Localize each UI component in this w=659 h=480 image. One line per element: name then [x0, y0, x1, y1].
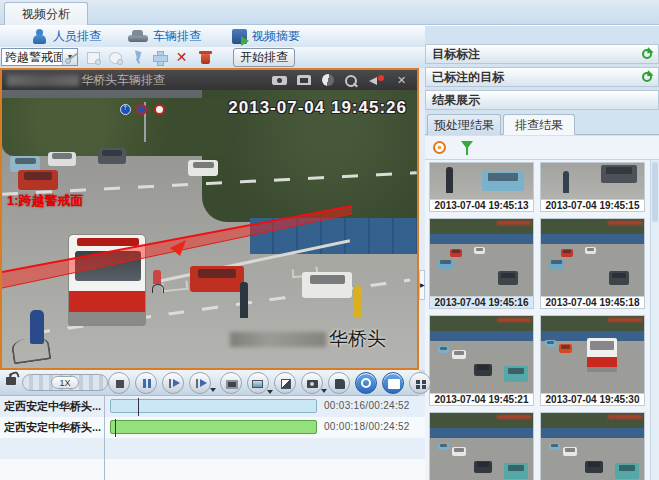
vehicle-check-button[interactable]: 车辆排查	[128, 26, 201, 46]
timeline-panel: 定西安定中华桥头... 00:03:16/00:24:52 定西安定中华桥头..…	[0, 396, 425, 480]
results-action-bar	[425, 136, 659, 160]
snapshot-menu-button[interactable]	[301, 372, 323, 394]
step-forward-menu-button[interactable]	[189, 372, 211, 394]
lock-icon[interactable]	[6, 377, 16, 385]
refresh-icon[interactable]	[642, 49, 652, 59]
censored-text-block	[230, 332, 326, 347]
section-label: 结果展示	[432, 93, 480, 107]
filter-icon[interactable]	[461, 141, 473, 149]
image-adjust-button[interactable]	[247, 372, 269, 394]
result-timestamp: 2013-07-04 19:45:18	[541, 296, 644, 308]
playback-control-bar: 1X	[0, 370, 419, 396]
section-label: 目标标注	[432, 47, 480, 61]
camera-location-label: 华桥头	[329, 326, 386, 352]
tab-video-analysis[interactable]: 视频分析	[4, 2, 88, 25]
result-thumbnail-image	[541, 413, 644, 480]
tab-preprocess-results[interactable]: 预处理结果	[427, 114, 501, 135]
pause-button[interactable]	[135, 372, 157, 394]
timeline-row[interactable]: 定西安定中华桥头... 00:03:16/00:24:52	[0, 396, 425, 417]
results-scrollbar[interactable]	[650, 160, 659, 480]
timeline-row-label: 定西安定中华桥头...	[4, 420, 102, 435]
result-timestamp: 2013-07-04 19:45:16	[430, 296, 533, 308]
record-icon[interactable]	[297, 74, 312, 86]
playhead[interactable]	[138, 398, 139, 416]
camera-watermark: 华桥头	[230, 326, 386, 352]
right-panel: 目标标注 已标注的目标 结果展示 预处理结果 排查结果 2013-07-04 1…	[425, 26, 659, 480]
alarm-rule-label: 1:跨越警戒面	[7, 192, 84, 210]
result-thumbnail[interactable]: 2013-07-04 19:45:13	[429, 162, 534, 212]
results-tab-bar: 预处理结果 排查结果	[425, 112, 659, 135]
video-canvas[interactable]: 1:跨越警戒面 2013-07-04 19:45:26 华桥头	[2, 90, 417, 368]
contrast-button[interactable]	[274, 372, 296, 394]
video-timestamp: 2013-07-04 19:45:26	[228, 98, 407, 118]
quad-view-button[interactable]	[409, 372, 431, 394]
zoom-icon[interactable]	[344, 74, 359, 86]
result-thumbnail[interactable]: 2013-07-04 19:45:16	[429, 218, 534, 309]
video-summary-label: 视频摘要	[252, 28, 300, 45]
section-annotated-targets[interactable]: 已标注的目标	[425, 67, 659, 87]
result-thumbnail-image	[541, 163, 644, 199]
thumb-timestamp-overlay	[608, 221, 642, 225]
export-clip-button[interactable]	[328, 372, 350, 394]
speaker-muted-icon[interactable]	[369, 74, 384, 86]
thumb-timestamp-overlay	[608, 318, 642, 322]
result-thumbnail-image	[430, 316, 533, 393]
timeline-row-time: 00:00:18/00:24:52	[324, 421, 410, 432]
snapshot-icon[interactable]	[272, 74, 287, 86]
result-thumbnail[interactable]: 2013-07-04 19:45:15	[540, 162, 645, 212]
video-summary-button[interactable]: 视频摘要	[232, 26, 300, 46]
speed-value: 1X	[51, 376, 79, 389]
tab-check-results[interactable]: 排查结果	[503, 114, 575, 135]
stop-button[interactable]	[108, 372, 130, 394]
thumb-timestamp-overlay	[497, 415, 531, 419]
results-grid: 2013-07-04 19:45:13 2013-07-04 19:45:15 …	[429, 162, 649, 480]
draw-rectangle-tool[interactable]	[85, 49, 102, 66]
results-area: 2013-07-04 19:45:13 2013-07-04 19:45:15 …	[425, 160, 659, 480]
single-view-button[interactable]	[382, 372, 404, 394]
result-thumbnail-image	[430, 219, 533, 296]
result-thumbnail[interactable]: 2013-07-04 19:45:30	[540, 315, 645, 406]
person-check-button[interactable]: 人员排查	[32, 26, 101, 46]
tab-bar: 视频分析	[0, 0, 659, 25]
trash-icon[interactable]	[197, 49, 214, 66]
select-tool[interactable]	[129, 49, 146, 66]
car-icon	[128, 30, 148, 42]
timeline-row[interactable]: 定西安定中华桥头... 00:00:18/00:24:52	[0, 417, 425, 438]
draw-line-tool[interactable]	[64, 49, 81, 66]
section-result-display[interactable]: 结果展示	[425, 90, 659, 110]
close-icon[interactable]: ✕	[394, 74, 409, 86]
timeline-bar-green[interactable]	[110, 420, 317, 434]
thumb-timestamp-overlay	[497, 318, 531, 322]
result-timestamp: 2013-07-04 19:45:15	[541, 199, 644, 211]
section-target-annotation[interactable]: 目标标注	[425, 44, 659, 64]
result-thumbnail[interactable]	[429, 412, 534, 480]
step-forward-button[interactable]	[162, 372, 184, 394]
playhead[interactable]	[115, 419, 116, 437]
timeline-row-label: 定西安定中华桥头...	[4, 399, 102, 414]
result-thumbnail[interactable]: 2013-07-04 19:45:21	[429, 315, 534, 406]
result-thumbnail[interactable]: 2013-07-04 19:45:18	[540, 218, 645, 309]
start-check-button[interactable]: 开始排查	[233, 48, 295, 67]
vehicle-check-label: 车辆排查	[153, 28, 201, 45]
result-timestamp: 2013-07-04 19:45:30	[541, 393, 644, 405]
section-label: 已标注的目标	[432, 70, 504, 84]
display-mode-button[interactable]	[220, 372, 242, 394]
add-region-tool[interactable]	[151, 49, 168, 66]
speed-slider[interactable]: 1X	[22, 374, 108, 391]
person-icon	[32, 29, 48, 44]
video-title-bar: 华桥头车辆排查 ✕	[2, 70, 417, 90]
delete-region-button[interactable]: ✕	[173, 49, 190, 66]
draw-polygon-tool[interactable]	[107, 49, 124, 66]
result-thumbnail-image	[430, 163, 533, 199]
thumb-timestamp-overlay	[608, 415, 642, 419]
refresh-icon[interactable]	[642, 72, 652, 82]
contrast-icon[interactable]	[322, 74, 334, 86]
result-thumbnail[interactable]	[540, 412, 645, 480]
audio-toggle-button[interactable]	[355, 372, 377, 394]
rule-type-value: 跨越警戒面	[2, 49, 62, 66]
timeline-row-time: 00:03:16/00:24:52	[324, 400, 410, 411]
target-locate-icon[interactable]	[433, 141, 446, 154]
result-timestamp: 2013-07-04 19:45:13	[430, 199, 533, 211]
scrollbar-thumb[interactable]	[652, 162, 658, 222]
timeline-bar-blue[interactable]	[110, 399, 317, 413]
